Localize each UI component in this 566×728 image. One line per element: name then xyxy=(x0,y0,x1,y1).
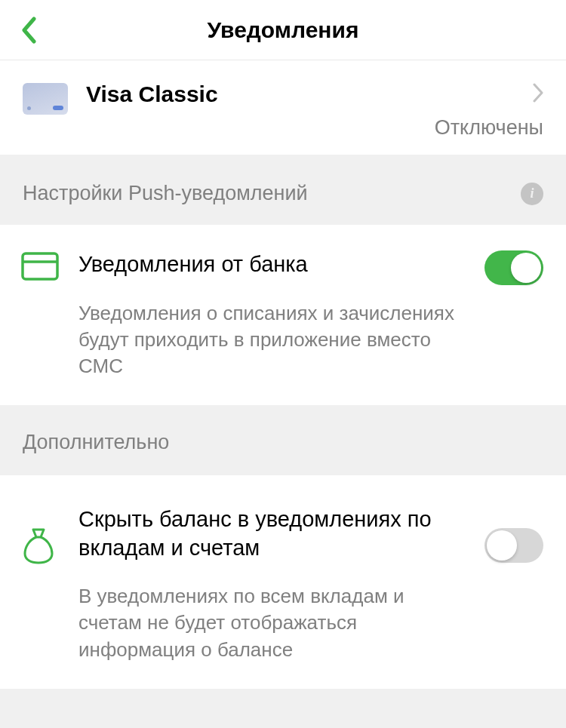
toggle-bank-notifications[interactable] xyxy=(484,250,543,285)
section-push-title: Настройки Push-уведомлений xyxy=(23,182,521,205)
svg-rect-0 xyxy=(23,253,57,279)
setting-bank-title: Уведомления от банка xyxy=(78,250,471,279)
info-icon[interactable]: i xyxy=(521,183,543,205)
card-name: Visa Classic xyxy=(86,81,525,107)
toggle-hide-balance[interactable] xyxy=(484,528,543,563)
card-status: Отключены xyxy=(86,116,543,140)
setting-hide-desc: В уведомлениях по всем вкладам и счетам … xyxy=(78,583,471,662)
card-outline-icon xyxy=(21,252,60,284)
setting-bank-desc: Уведомления о списаниях и зачислениях бу… xyxy=(78,300,471,379)
card-icon xyxy=(23,83,68,115)
page-title: Уведомления xyxy=(0,17,566,43)
setting-hide-balance: Скрыть баланс в уведомлениях по вкладам … xyxy=(0,475,566,689)
section-extra-title: Дополнительно xyxy=(23,431,543,454)
toggle-knob xyxy=(487,530,517,561)
setting-hide-title: Скрыть баланс в уведомлениях по вкладам … xyxy=(78,505,471,562)
chevron-left-icon xyxy=(20,17,37,44)
toggle-knob xyxy=(511,253,541,283)
section-extra-header: Дополнительно xyxy=(0,405,566,475)
header-bar: Уведомления xyxy=(0,0,566,60)
back-button[interactable] xyxy=(14,15,44,45)
chevron-right-icon xyxy=(533,83,543,106)
section-push-header: Настройки Push-уведомлений i xyxy=(0,155,566,225)
setting-bank-notifications: Уведомления от банка Уведомления о списа… xyxy=(0,225,566,405)
moneybag-icon xyxy=(21,527,60,567)
card-visa-classic[interactable]: Visa Classic Отключены xyxy=(0,60,566,155)
